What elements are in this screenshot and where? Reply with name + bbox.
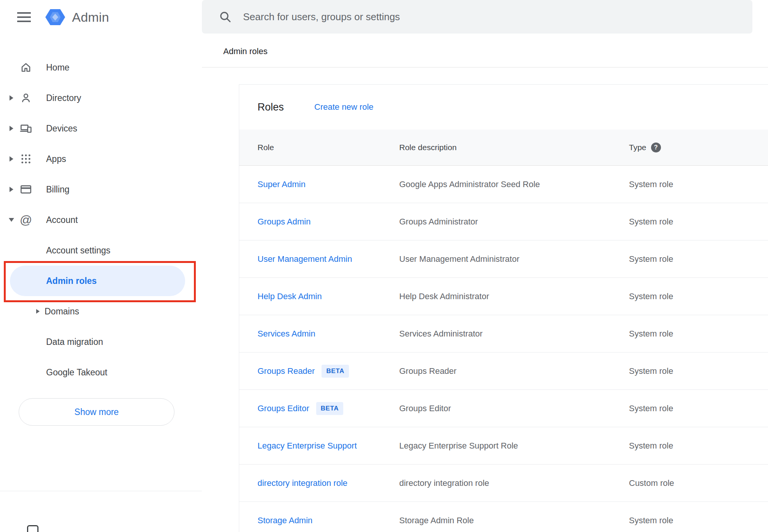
role-description: Help Desk Administrator <box>399 292 629 301</box>
sidebar: Admin Home Directory Devices <box>0 0 202 532</box>
sidebar-item-label: Account settings <box>46 245 110 256</box>
apps-grid-icon <box>18 153 34 165</box>
column-header-description: Role description <box>399 143 629 152</box>
sidebar-item-label: Apps <box>46 154 66 164</box>
table-row: Groups Reader BETA Groups Reader System … <box>239 353 768 390</box>
collapse-arrow-icon[interactable] <box>5 218 18 222</box>
sidebar-item-label: Account <box>46 215 78 225</box>
role-link[interactable]: Groups Admin <box>258 217 310 227</box>
help-icon[interactable]: ? <box>651 143 661 152</box>
role-description: User Management Administrator <box>399 254 629 264</box>
sidebar-item-label: Home <box>46 62 69 73</box>
role-link[interactable]: Storage Admin <box>258 516 312 526</box>
role-link[interactable]: User Management Admin <box>258 254 352 264</box>
table-row: Super Admin Google Apps Administrator Se… <box>239 166 768 203</box>
sidebar-header: Admin <box>0 0 202 34</box>
role-description: Groups Editor <box>399 404 629 413</box>
sidebar-item-home[interactable]: Home <box>0 52 202 83</box>
header-divider <box>202 67 768 67</box>
sidebar-item-directory[interactable]: Directory <box>0 83 202 113</box>
table-row: Services Admin Services Administrator Sy… <box>239 315 768 353</box>
table-row: User Management Admin User Management Ad… <box>239 240 768 278</box>
role-type: System role <box>629 441 768 451</box>
expand-arrow-icon[interactable] <box>5 187 18 192</box>
table-row: Storage Admin Storage Admin Role System … <box>239 502 768 532</box>
card-header: Roles Create new role <box>239 85 768 130</box>
role-type: System role <box>629 217 768 227</box>
sidebar-divider <box>0 491 202 491</box>
sidebar-item-label: Data migration <box>46 337 103 347</box>
home-icon <box>18 61 34 74</box>
sidebar-item-label: Billing <box>46 184 69 195</box>
sidebar-item-admin-roles[interactable]: Admin roles <box>10 266 185 296</box>
brand-title: Admin <box>72 10 109 25</box>
expand-arrow-icon[interactable] <box>36 309 40 314</box>
table-row: Groups Editor BETA Groups Editor System … <box>239 390 768 427</box>
create-new-role-link[interactable]: Create new role <box>314 102 373 112</box>
role-link[interactable]: Services Admin <box>258 329 315 339</box>
sidebar-item-account[interactable]: @ Account <box>0 205 202 235</box>
card-title: Roles <box>258 101 284 113</box>
sidebar-item-devices[interactable]: Devices <box>0 113 202 144</box>
column-header-type: Type ? <box>629 143 768 152</box>
search-icon <box>219 10 232 23</box>
role-type: System role <box>629 292 768 301</box>
role-link[interactable]: Super Admin <box>258 179 306 189</box>
sidebar-item-label: Domains <box>45 306 79 317</box>
beta-badge: BETA <box>322 365 349 378</box>
devices-icon <box>18 122 34 135</box>
sidebar-item-label: Google Takeout <box>46 367 107 378</box>
role-description: Legacy Enterprise Support Role <box>399 441 629 451</box>
role-link[interactable]: Help Desk Admin <box>258 292 322 301</box>
sidebar-item-domains[interactable]: Domains <box>0 296 202 327</box>
roles-card: Roles Create new role Role Role descript… <box>239 84 768 532</box>
role-link[interactable]: directory integration role <box>258 478 347 488</box>
table-header-row: Role Role description Type ? <box>239 130 768 166</box>
menu-icon[interactable] <box>17 12 31 22</box>
sidebar-item-billing[interactable]: Billing <box>0 174 202 205</box>
show-more-button[interactable]: Show more <box>19 398 174 426</box>
role-type: System role <box>629 366 768 376</box>
sidebar-item-google-takeout[interactable]: Google Takeout <box>0 357 202 388</box>
sidebar-item-label: Directory <box>46 93 81 103</box>
breadcrumb: Admin roles <box>223 46 267 56</box>
table-row: Groups Admin Groups Administrator System… <box>239 203 768 240</box>
table-row: directory integration role directory int… <box>239 465 768 502</box>
sidebar-item-data-migration[interactable]: Data migration <box>0 327 202 357</box>
table-row: Legacy Enterprise Support Legacy Enterpr… <box>239 427 768 465</box>
credit-card-icon <box>18 183 34 195</box>
role-link[interactable]: Legacy Enterprise Support <box>258 441 357 451</box>
sidebar-item-label: Admin roles <box>46 276 97 286</box>
expand-arrow-icon[interactable] <box>5 156 18 162</box>
sidebar-item-account-settings[interactable]: Account settings <box>0 235 202 266</box>
role-type: Custom role <box>629 478 768 488</box>
search-bar[interactable] <box>202 0 752 34</box>
expand-arrow-icon[interactable] <box>5 95 18 101</box>
column-header-role: Role <box>258 143 399 152</box>
role-description: Groups Reader <box>399 366 629 376</box>
role-type: System role <box>629 516 768 526</box>
table-row: Help Desk Admin Help Desk Administrator … <box>239 278 768 315</box>
role-description: Groups Administrator <box>399 217 629 227</box>
role-type: System role <box>629 404 768 413</box>
role-link[interactable]: Groups Editor <box>258 404 309 413</box>
partial-bottom-icon <box>27 525 38 532</box>
role-type: System role <box>629 329 768 339</box>
person-icon <box>18 92 34 104</box>
expand-arrow-icon[interactable] <box>5 126 18 131</box>
beta-badge: BETA <box>316 402 343 415</box>
role-description: directory integration role <box>399 478 629 488</box>
search-input[interactable] <box>243 11 700 23</box>
at-sign-icon: @ <box>18 214 34 226</box>
admin-logo-icon[interactable] <box>45 8 65 26</box>
role-type: System role <box>629 179 768 189</box>
role-type: System role <box>629 254 768 264</box>
main-content: Admin roles Roles Create new role Role R… <box>202 0 768 532</box>
role-link[interactable]: Groups Reader <box>258 366 315 376</box>
role-description: Services Administrator <box>399 329 629 339</box>
sidebar-item-label: Devices <box>46 123 77 134</box>
role-description: Google Apps Administrator Seed Role <box>399 179 629 189</box>
role-description: Storage Admin Role <box>399 516 629 526</box>
sidebar-item-apps[interactable]: Apps <box>0 144 202 174</box>
sidebar-nav: Home Directory Devices <box>0 52 202 426</box>
